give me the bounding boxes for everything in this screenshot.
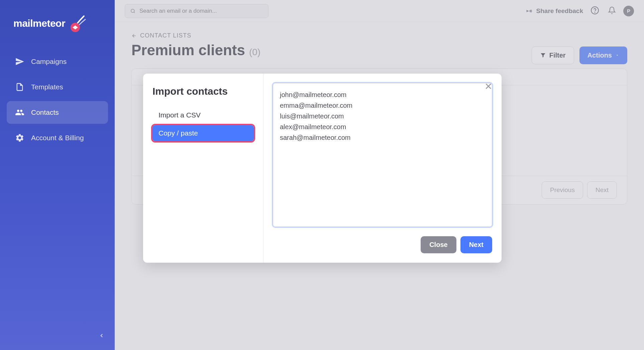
import-contacts-modal: Import contacts Import a CSV Copy / past… xyxy=(143,74,502,263)
meteor-icon xyxy=(68,13,88,33)
sidebar-item-label: Contacts xyxy=(31,108,59,116)
modal-close-action-button[interactable]: Close xyxy=(421,236,456,253)
sidebar-item-label: Campaigns xyxy=(31,58,67,66)
modal-nav-copy-paste[interactable]: Copy / paste xyxy=(152,125,254,141)
modal-next-button[interactable]: Next xyxy=(460,236,492,253)
modal-nav-import-csv[interactable]: Import a CSV xyxy=(152,107,254,123)
sidebar-item-label: Templates xyxy=(31,83,63,91)
sidebar: mailmeteor Campaigns Templates Contacts … xyxy=(0,0,115,350)
sidebar-item-campaigns[interactable]: Campaigns xyxy=(7,50,108,73)
modal-close-button[interactable]: ✕ xyxy=(481,80,496,93)
emails-textarea[interactable] xyxy=(273,83,492,227)
sidebar-item-contacts[interactable]: Contacts xyxy=(7,101,108,124)
send-icon xyxy=(15,57,24,66)
close-icon: ✕ xyxy=(485,81,492,92)
sidebar-item-account-billing[interactable]: Account & Billing xyxy=(7,126,108,149)
document-icon xyxy=(15,82,24,92)
gear-icon xyxy=(15,133,24,143)
sidebar-item-label: Account & Billing xyxy=(31,133,84,142)
sidebar-collapse-button[interactable] xyxy=(95,329,108,343)
modal-title: Import contacts xyxy=(152,86,254,97)
brand-logo[interactable]: mailmeteor xyxy=(13,13,101,33)
modal-sidebar: Import contacts Import a CSV Copy / past… xyxy=(143,74,263,263)
brand-name: mailmeteor xyxy=(13,18,65,29)
modal-main: ✕ Close Next xyxy=(263,74,502,263)
sidebar-item-templates[interactable]: Templates xyxy=(7,76,108,98)
people-icon xyxy=(15,108,24,117)
